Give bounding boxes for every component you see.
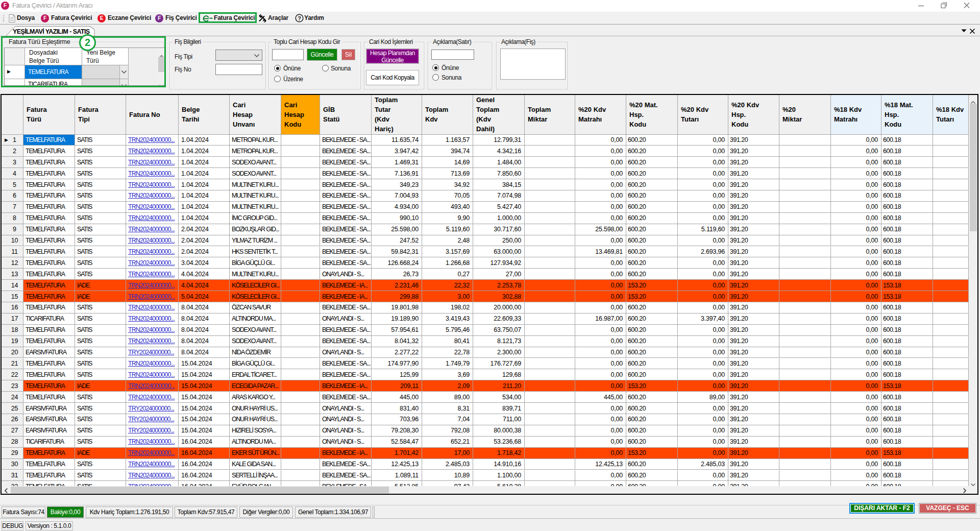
svg-text:?: ?	[298, 15, 301, 21]
svg-text:YEŞİLMAVİ YAZILIM - SATIŞ: YEŞİLMAVİ YAZILIM - SATIŞ	[13, 28, 90, 35]
